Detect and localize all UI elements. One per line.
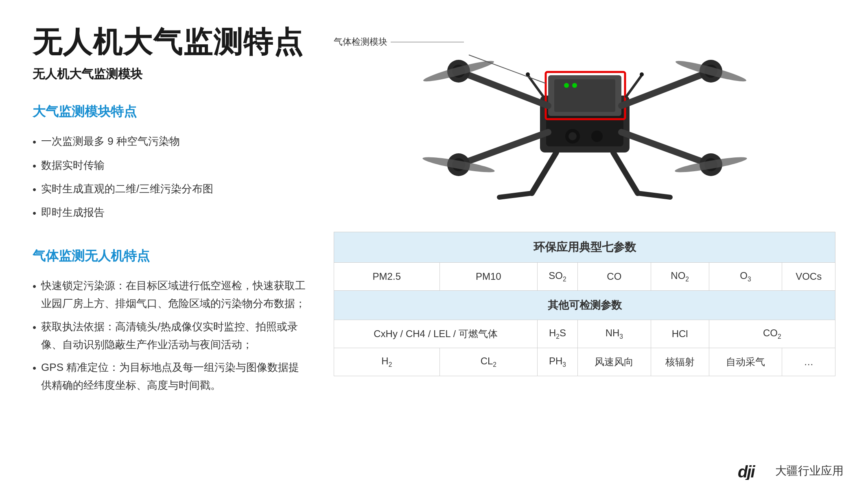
label-line	[391, 42, 464, 42]
section1-header: 环保应用典型七参数	[334, 232, 835, 263]
parameters-table: 环保应用典型七参数 PM2.5 PM10 SO2 CO NO2 O3 VOCs …	[334, 232, 835, 376]
brand-text: 大疆行业应用	[775, 463, 844, 479]
param-h2: H2	[334, 348, 440, 376]
param-h2s: H2S	[538, 320, 578, 348]
svg-line-28	[613, 152, 638, 193]
bullet-item: 快速锁定污染源：在目标区域进行低空巡检，快速获取工业园厂房上方、排烟气口、危险区…	[33, 277, 309, 312]
param-co2: CO2	[709, 320, 835, 348]
param-pm10: PM10	[439, 263, 537, 291]
gas-module-label: 气体检测模块	[334, 36, 464, 48]
right-column: 气体检测模块	[334, 24, 835, 472]
param-o3: O3	[709, 263, 782, 291]
footer: dji 大疆行业应用	[738, 462, 844, 480]
param-hcl: HCl	[651, 320, 709, 348]
bullet-item: 即时生成报告	[33, 203, 309, 222]
param-so2: SO2	[538, 263, 578, 291]
main-title: 无人机大气监测特点	[33, 24, 309, 59]
param-pm25: PM2.5	[334, 263, 440, 291]
svg-line-30	[528, 75, 544, 98]
section1-data-row: PM2.5 PM10 SO2 CO NO2 O3 VOCs	[334, 263, 835, 291]
param-auto-sample: 自动采气	[709, 348, 782, 376]
param-wind: 风速风向	[577, 348, 651, 376]
svg-rect-6	[554, 79, 615, 112]
dji-logo: dji 大疆行业应用	[738, 462, 844, 480]
param-cl2: CL2	[439, 348, 537, 376]
bullet-item: 数据实时传输	[33, 156, 309, 175]
svg-line-13	[621, 132, 711, 165]
svg-line-27	[499, 193, 532, 197]
section1-bullets: 一次监测最多 9 种空气污染物 数据实时传输 实时生成直观的二维/三维污染分布图…	[33, 132, 309, 227]
param-no2: NO2	[651, 263, 709, 291]
svg-line-32	[625, 75, 642, 98]
svg-line-12	[459, 132, 548, 165]
table-section1-header-row: 环保应用典型七参数	[334, 232, 835, 263]
gas-module-text: 气体检测模块	[334, 36, 387, 48]
drone-image	[402, 39, 768, 214]
table-section2-header-row: 其他可检测参数	[334, 290, 835, 320]
param-nh3: NH3	[577, 320, 651, 348]
param-combustible: CxHy / CH4 / LEL / 可燃气体	[334, 320, 538, 348]
bullet-item: GPS 精准定位：为目标地点及每一组污染与图像数据提供精确的经纬度坐标、高度与时…	[33, 358, 309, 394]
svg-line-11	[621, 71, 711, 106]
subtitle: 无人机大气监测模块	[33, 66, 309, 83]
section2-row2: H2 CL2 PH3 风速风向 核辐射 自动采气 …	[334, 348, 835, 376]
section2-title: 气体监测无人机特点	[33, 247, 309, 267]
svg-line-29	[638, 193, 670, 197]
param-ph3: PH3	[538, 348, 578, 376]
svg-point-33	[640, 72, 644, 76]
svg-line-26	[532, 152, 556, 193]
svg-text:dji: dji	[738, 463, 756, 480]
svg-point-8	[572, 83, 577, 88]
section2-row1: CxHy / CH4 / LEL / 可燃气体 H2S NH3 HCl CO2	[334, 320, 835, 348]
section1-title: 大气监测模块特点	[33, 103, 309, 122]
param-co: CO	[577, 263, 651, 291]
svg-point-7	[564, 83, 569, 88]
page-container: 无人机大气监测特点 无人机大气监测模块 大气监测模块特点 一次监测最多 9 种空…	[0, 0, 868, 488]
left-column: 无人机大气监测特点 无人机大气监测模块 大气监测模块特点 一次监测最多 9 种空…	[33, 24, 309, 472]
table-area: 环保应用典型七参数 PM2.5 PM10 SO2 CO NO2 O3 VOCs …	[334, 232, 835, 472]
svg-point-3	[568, 132, 577, 140]
section2-bullets: 快速锁定污染源：在目标区域进行低空巡检，快速获取工业园厂房上方、排烟气口、危险区…	[33, 277, 309, 399]
bullet-item: 获取执法依据：高清镜头/热成像仪实时监控、拍照或录像、自动识别隐蔽生产作业活动与…	[33, 318, 309, 353]
bullet-item: 一次监测最多 9 种空气污染物	[33, 132, 309, 151]
dji-logo-icon: dji	[738, 462, 770, 480]
param-radiation: 核辐射	[651, 348, 709, 376]
param-vocs: VOCs	[782, 263, 835, 291]
svg-point-4	[591, 131, 603, 142]
drone-area: 气体检测模块	[334, 24, 835, 220]
bullet-item: 实时生成直观的二维/三维污染分布图	[33, 180, 309, 198]
param-more: …	[782, 348, 835, 376]
section2-header: 其他可检测参数	[334, 290, 835, 320]
svg-line-10	[459, 71, 548, 106]
